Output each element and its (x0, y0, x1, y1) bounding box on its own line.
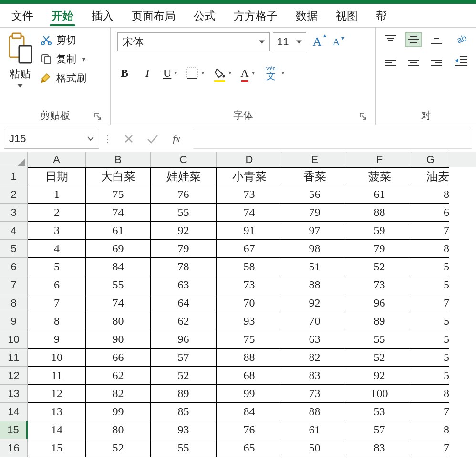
row-header[interactable]: 12 (0, 367, 28, 385)
cell[interactable]: 84 (86, 258, 151, 276)
cell[interactable]: 6 (28, 276, 86, 294)
row-header[interactable]: 9 (0, 312, 28, 330)
cell[interactable]: 84 (217, 403, 282, 421)
row-header[interactable]: 10 (0, 330, 28, 349)
cell[interactable]: 73 (282, 385, 347, 403)
cell[interactable]: 92 (282, 294, 347, 312)
decrease-indent-button[interactable] (455, 55, 468, 67)
cell[interactable]: 79 (151, 240, 217, 258)
cell[interactable]: 88 (217, 349, 282, 367)
menu-tab-6[interactable]: 数据 (287, 4, 326, 27)
insert-function-button[interactable]: fx (170, 132, 183, 145)
row-header[interactable]: 5 (0, 240, 28, 258)
cell[interactable]: 9 (28, 330, 86, 349)
cell[interactable]: 10 (28, 349, 86, 367)
cell[interactable]: 15 (28, 439, 86, 457)
italic-button[interactable]: I (140, 65, 155, 81)
cell[interactable]: 100 (347, 385, 412, 403)
cell[interactable]: 14 (28, 421, 86, 439)
cell[interactable]: 8 (412, 185, 449, 204)
cell[interactable]: 82 (282, 349, 347, 367)
cell[interactable]: 5 (412, 330, 449, 349)
fill-color-button[interactable]: ▾ (213, 65, 232, 81)
menu-tab-1[interactable]: 开始 (43, 4, 82, 27)
select-all-corner[interactable] (0, 152, 28, 167)
cell[interactable]: 7 (412, 403, 449, 421)
row-header[interactable]: 1 (0, 167, 28, 185)
row-header[interactable]: 14 (0, 403, 28, 421)
cell[interactable]: 8 (412, 385, 449, 403)
cell[interactable]: 96 (151, 330, 217, 349)
cell[interactable]: 69 (86, 240, 151, 258)
cell[interactable]: 79 (282, 204, 347, 222)
cell[interactable]: 6 (412, 204, 449, 222)
cell[interactable]: 92 (347, 367, 412, 385)
cell[interactable]: 62 (151, 312, 217, 330)
underline-button[interactable]: U ▾ (163, 65, 177, 81)
cell[interactable]: 66 (86, 349, 151, 367)
column-header[interactable]: B (86, 152, 151, 167)
cell[interactable]: 8 (412, 240, 449, 258)
cell[interactable]: 52 (347, 258, 412, 276)
cell[interactable]: 63 (282, 330, 347, 349)
cell[interactable]: 大白菜 (86, 167, 151, 185)
cell[interactable]: 7 (412, 222, 449, 240)
cell[interactable]: 75 (217, 330, 282, 349)
cell[interactable]: 83 (347, 439, 412, 457)
cell[interactable]: 98 (282, 240, 347, 258)
cell[interactable]: 55 (86, 276, 151, 294)
menu-tab-4[interactable]: 公式 (185, 4, 224, 27)
enter-formula-button[interactable] (146, 132, 159, 145)
copy-button[interactable]: 复制 ▾ (38, 51, 88, 67)
column-header[interactable]: D (217, 152, 282, 167)
cell[interactable]: 75 (86, 185, 151, 204)
cell[interactable]: 80 (86, 421, 151, 439)
cell[interactable]: 90 (86, 330, 151, 349)
border-button[interactable]: ▾ (186, 65, 205, 81)
cell[interactable]: 7 (412, 439, 449, 457)
cell[interactable]: 73 (217, 276, 282, 294)
column-header[interactable]: G (412, 152, 449, 167)
cell[interactable]: 61 (282, 421, 347, 439)
cell[interactable]: 57 (347, 421, 412, 439)
cell[interactable]: 4 (28, 240, 86, 258)
cell[interactable]: 51 (282, 258, 347, 276)
paste-button[interactable]: 粘贴 (7, 32, 33, 89)
row-header[interactable]: 8 (0, 294, 28, 312)
format-painter-button[interactable]: 格式刷 (38, 71, 88, 86)
cell[interactable]: 5 (412, 312, 449, 330)
cell[interactable]: 93 (151, 421, 217, 439)
increase-font-button[interactable]: A▴ (309, 34, 325, 50)
cell[interactable]: 64 (151, 294, 217, 312)
cell[interactable]: 65 (217, 439, 282, 457)
cancel-formula-button[interactable] (122, 132, 135, 145)
font-name-select[interactable]: 宋体 (117, 32, 270, 51)
cell[interactable]: 99 (86, 403, 151, 421)
cell[interactable]: 92 (151, 222, 217, 240)
align-left-button[interactable] (383, 56, 399, 71)
cell[interactable]: 97 (282, 222, 347, 240)
cell[interactable]: 3 (28, 222, 86, 240)
dialog-launcher-icon[interactable] (358, 112, 368, 121)
row-header[interactable]: 13 (0, 385, 28, 403)
cell[interactable]: 68 (217, 367, 282, 385)
cell[interactable]: 61 (347, 185, 412, 204)
row-header[interactable]: 6 (0, 258, 28, 276)
cell[interactable]: 74 (217, 204, 282, 222)
cell[interactable]: 5 (412, 276, 449, 294)
cell[interactable]: 5 (412, 367, 449, 385)
cell[interactable]: 菠菜 (347, 167, 412, 185)
align-center-button[interactable] (405, 56, 422, 71)
cell[interactable]: 88 (347, 204, 412, 222)
cell[interactable]: 76 (151, 185, 217, 204)
cut-button[interactable]: 剪切 (38, 32, 88, 48)
row-header[interactable]: 7 (0, 276, 28, 294)
cell[interactable]: 58 (217, 258, 282, 276)
cell[interactable]: 56 (282, 185, 347, 204)
cell[interactable]: 5 (28, 258, 86, 276)
column-header[interactable]: F (347, 152, 412, 167)
cell[interactable]: 61 (86, 222, 151, 240)
menu-tab-2[interactable]: 插入 (83, 4, 122, 27)
cell[interactable]: 57 (151, 349, 217, 367)
cell[interactable]: 73 (347, 276, 412, 294)
